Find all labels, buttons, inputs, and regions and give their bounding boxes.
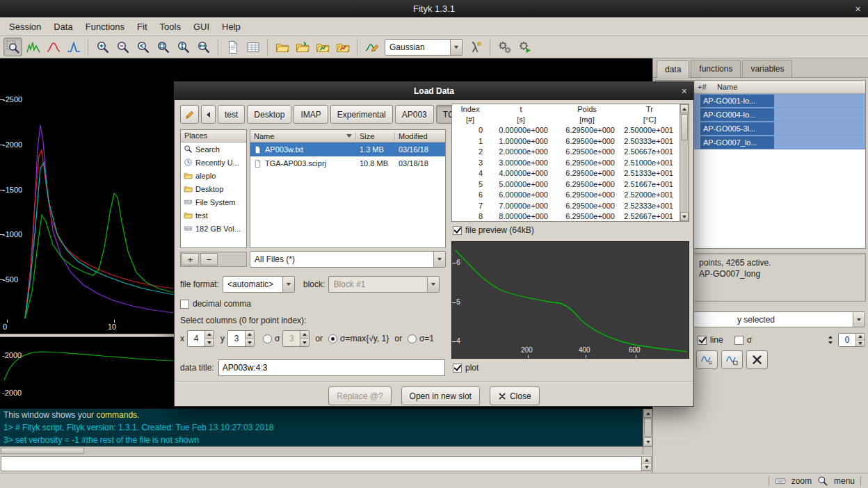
type-filename-button[interactable] (180, 105, 199, 124)
toolbar-open-session-button[interactable] (313, 38, 332, 56)
scrollbar-thumb[interactable] (644, 418, 652, 437)
file-preview-checkbox[interactable]: file preview (64kB) (453, 225, 534, 235)
sigma-column-radio[interactable] (263, 334, 272, 343)
spin-down-icon[interactable] (246, 339, 254, 347)
spin-down-icon[interactable] (642, 464, 651, 471)
tab-variables[interactable]: variables (742, 60, 792, 77)
toolbar-edit-script-button[interactable] (223, 38, 242, 56)
combo-arrow-icon[interactable] (853, 312, 865, 327)
spin-down-icon[interactable] (205, 339, 214, 347)
line-checkbox[interactable]: line (698, 335, 723, 345)
toolbar-data-table-button[interactable] (243, 38, 262, 56)
place-aleplo[interactable]: aleplo (181, 169, 246, 182)
scroll-up-icon[interactable] (643, 409, 652, 418)
toolbar-run-fit-button[interactable] (515, 38, 534, 56)
console-output[interactable]: This window shows your commands. 1> # Fi… (0, 409, 652, 455)
toolbar-data-range-mode-button[interactable] (24, 38, 42, 56)
scrollbar-thumb[interactable] (681, 114, 688, 140)
places-header[interactable]: Places (181, 130, 246, 143)
crumb-ap003[interactable]: AP003 (395, 105, 434, 124)
toolbar-zoom-all-button[interactable] (154, 38, 172, 56)
sigma-max-radio[interactable] (328, 334, 337, 343)
file-row[interactable]: TGA-AP003.sciprj10.8 MB03/18/18 (250, 156, 445, 170)
dataset-delete-button[interactable] (746, 350, 768, 369)
toolbar-save-session-button[interactable] (333, 38, 352, 56)
tab-data[interactable]: data (657, 60, 689, 78)
file-list-header[interactable]: Name Size Modified (250, 130, 445, 143)
file-filter-combo[interactable]: All Files (*) (250, 251, 446, 268)
toolbar-define-function-button[interactable] (466, 38, 485, 56)
status-menu-label[interactable]: menu (834, 476, 855, 486)
data-title-input[interactable] (218, 359, 445, 376)
tab-functions[interactable]: functions (691, 60, 741, 77)
window-close-button[interactable]: × (855, 0, 861, 17)
place-recently-u-[interactable]: Recently U... (181, 156, 246, 169)
combo-arrow-icon[interactable] (427, 277, 439, 292)
window-titlebar[interactable]: Fityk 1.3.1 × (0, 0, 868, 17)
crumb-imap[interactable]: IMAP (294, 105, 328, 124)
toolbar-zoom-in-button[interactable] (93, 38, 112, 56)
crumb-experimental[interactable]: Experimental (330, 105, 393, 124)
combo-arrow-icon[interactable] (433, 252, 445, 267)
remove-place-button[interactable]: − (200, 253, 218, 266)
status-zoom-label[interactable]: zoom (791, 476, 812, 486)
dataset-col-name[interactable]: Name (717, 83, 865, 91)
menu-session[interactable]: Session (3, 18, 47, 35)
file-col-name[interactable]: Name (250, 132, 356, 140)
menu-fit[interactable]: Fit (131, 18, 153, 35)
place-desktop[interactable]: Desktop (181, 182, 246, 195)
sigma-checkbox[interactable]: σ (734, 335, 752, 345)
open-new-slot-button[interactable]: Open in new slot (401, 387, 480, 405)
scroll-down-icon[interactable] (680, 212, 689, 221)
preview-plot[interactable]: -6-5-4 200400600 (451, 241, 689, 359)
scroll-up-icon[interactable] (680, 104, 689, 113)
path-back-button[interactable] (201, 105, 216, 124)
scroll-down-icon[interactable] (643, 437, 652, 446)
point-size-spinner[interactable]: 0 (838, 333, 865, 347)
file-col-modified[interactable]: Modified (395, 132, 445, 140)
sigma-column-spinner[interactable]: 3 (282, 330, 310, 347)
spin-up-icon[interactable] (856, 334, 865, 341)
spin-down-icon[interactable] (856, 341, 865, 347)
preview-vscrollbar[interactable] (680, 104, 689, 221)
status-magnifier-icon[interactable] (817, 475, 828, 487)
menu-data[interactable]: Data (47, 18, 79, 35)
crumb-desktop[interactable]: Desktop (247, 105, 291, 124)
file-list[interactable]: Name Size Modified AP003w.txt1.3 MB03/16… (250, 129, 446, 248)
place-file-system[interactable]: File System (181, 195, 246, 209)
combo-arrow-icon[interactable] (450, 40, 462, 55)
spin-down-icon[interactable] (300, 339, 309, 347)
file-col-size[interactable]: Size (356, 132, 395, 140)
toolbar-add-peak-mode-button[interactable] (64, 38, 83, 56)
replace-button[interactable]: Replace @? (328, 387, 391, 405)
crumb-test[interactable]: test (218, 105, 245, 124)
toolbar-load-data-custom-button[interactable] (293, 38, 312, 56)
dataset-plot-style-button[interactable] (696, 350, 718, 369)
menu-functions[interactable]: Functions (79, 18, 131, 35)
console-vscrollbar[interactable] (643, 409, 652, 446)
toolbar-baseline-mode-button[interactable] (44, 38, 63, 56)
preview-table[interactable]: IndextPoidsTr[#][s][mg][°C] 00.00000e+00… (451, 104, 689, 222)
plot-checkbox[interactable]: plot (453, 363, 479, 373)
toolbar-zoom-mode-button[interactable] (3, 38, 22, 56)
dialog-titlebar[interactable]: Load Data × (175, 82, 693, 100)
toolbar-zoom-horizontal-button[interactable] (194, 38, 213, 56)
toolbar-zoom-out-button[interactable] (113, 38, 132, 56)
menu-help[interactable]: Help (216, 18, 247, 35)
console-hscrollbar[interactable] (0, 446, 643, 455)
close-button[interactable]: Close (490, 387, 540, 405)
status-keyboard-icon[interactable] (775, 475, 786, 487)
x-column-spinner[interactable]: 4 (187, 330, 214, 347)
place-test[interactable]: test (181, 209, 246, 222)
menu-gui[interactable]: GUI (187, 18, 216, 35)
block-combo[interactable]: Block #1 (328, 276, 440, 293)
toolbar-load-data-button[interactable] (273, 38, 291, 56)
dialog-close-button[interactable]: × (682, 82, 687, 100)
combo-arrow-icon[interactable] (282, 277, 294, 292)
command-input[interactable] (1, 456, 642, 471)
toolbar-manual-fit-button[interactable] (495, 38, 514, 56)
place-search[interactable]: Search (181, 143, 246, 156)
function-type-combo[interactable]: Gaussian (385, 39, 463, 56)
toolbar-zoom-previous-button[interactable] (134, 38, 152, 56)
places-pane[interactable]: Places SearchRecently U...aleploDesktopF… (180, 129, 247, 248)
